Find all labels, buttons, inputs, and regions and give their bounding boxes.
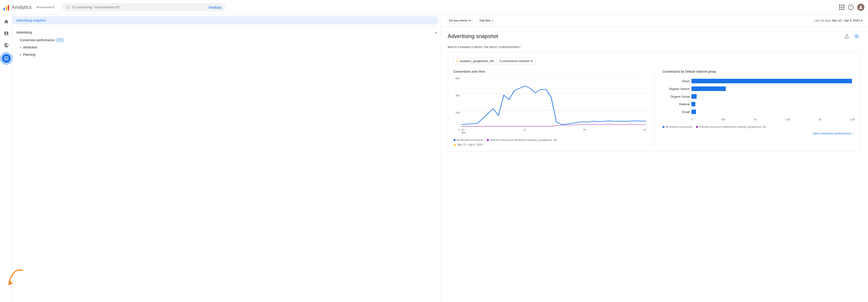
legend-item-2: Selected conversions attributed to analy… (487, 139, 557, 141)
page-header: Advertising snapshot (448, 32, 861, 40)
compare-button[interactable] (852, 32, 861, 40)
sidebar-item-planning[interactable]: ▸ Planning (13, 51, 438, 58)
top-nav: Analytics All accounts ▾ Feedback ? (0, 0, 868, 15)
sidebar-item-conversion-performance[interactable]: Conversion performance BETA (13, 36, 438, 44)
conversion-chip[interactable]: 5 conversions selected ▾ (497, 58, 535, 64)
bar-fill-email (691, 110, 696, 114)
sidebar-icon-home[interactable] (1, 16, 12, 27)
bar-track-referral (691, 102, 855, 106)
line-chart-panel: Conversions over time 600 400 200 0 (454, 70, 646, 146)
view-conversion-link[interactable]: View conversion performance → (662, 132, 855, 135)
conversion-chevron-icon: ▾ (531, 59, 532, 63)
expand-arrow2-icon: ▸ (20, 53, 21, 56)
x-date: 10 (462, 128, 464, 131)
sidebar-icon-advertising[interactable] (2, 54, 11, 63)
bar-label-direct: Direct (662, 79, 690, 83)
planning-label: Planning (23, 53, 35, 56)
page-title: Advertising snapshot (448, 33, 498, 39)
x-label-24: 24 (583, 128, 586, 134)
add-filter-button[interactable]: Add filter + (476, 17, 496, 24)
page-actions (843, 32, 861, 40)
sidebar-item-attribution[interactable]: ▸ Attribution (13, 44, 438, 51)
content-toolbar: 3/3 key events ▾ Add filter + Last 28 da… (440, 15, 868, 27)
conversion-count: 5 conversions selected (500, 59, 530, 63)
bar-fill-organic-social (691, 94, 697, 99)
line-chart-legend: All selected conversions Selected conver… (454, 139, 646, 141)
y-label-400: 400 (456, 94, 460, 97)
x-month: Mar (462, 131, 466, 134)
view-link-text[interactable]: View conversion performance → (813, 132, 855, 135)
share-button[interactable] (843, 32, 851, 40)
apps-grid-icon[interactable] (839, 4, 844, 10)
account-selector[interactable]: All accounts ▾ (36, 5, 54, 9)
x-label-10: 10 Mar (462, 128, 466, 134)
legend-label-2: Selected conversions attributed to analy… (490, 139, 557, 141)
property-name: analytics_googlestore_NA (460, 59, 494, 63)
bar-fill-organic-search (691, 86, 726, 91)
sidebar-section-advertising: Advertising ▴ (13, 28, 440, 36)
bar-label-email: Email (662, 110, 690, 114)
charts-container: analytics_googlestore_NA 5 conversions s… (448, 52, 861, 152)
sidebar-item-advertising-snapshot[interactable]: Advertising snapshot (13, 16, 438, 24)
analytics-triangle-icon (456, 60, 459, 62)
filter-label: 3/3 key events (449, 19, 468, 22)
bar-fill-direct (691, 79, 852, 83)
bar-x-axis: 0 500 1K 1.5K 2K 2.5K (662, 117, 855, 121)
sidebar-icon-advertising-ring (0, 53, 12, 64)
warning-triangle-icon (454, 143, 456, 146)
beta-badge: BETA (56, 38, 64, 42)
bar-legend-label-2: Selected conversions attributed to analy… (699, 126, 766, 128)
bar-legend-item-1: All selected conversions (662, 126, 692, 128)
legend-dot-purple (487, 139, 489, 141)
line-chart-svg (462, 77, 646, 127)
line-chart-area: 10 Mar 17 24 31 (462, 77, 646, 136)
user-avatar[interactable] (857, 4, 864, 11)
chevron-up-icon: ▴ (435, 31, 437, 34)
bar-chart-panel: Conversions by Default channel group Dir… (662, 70, 855, 146)
expand-arrow-icon: ▸ (20, 46, 21, 49)
bar-track-organic-social (691, 94, 855, 99)
search-bar: Feedback (62, 3, 225, 11)
bar-legend-label-1: All selected conversions (666, 126, 692, 128)
x-500: 500 (721, 118, 725, 121)
feedback-link[interactable]: Feedback (209, 5, 221, 9)
bar-track-email (691, 110, 855, 114)
sidebar-icon-reports[interactable] (1, 28, 12, 39)
property-chip[interactable]: analytics_googlestore_NA (454, 58, 497, 64)
date-selector[interactable]: Last 28 days Mar 10 – Apr 6, 2024 ▾ (814, 19, 863, 22)
legend-item-1: All selected conversions (454, 139, 483, 141)
bar-track-organic-search (691, 86, 855, 91)
sidebar-icon-explore[interactable] (1, 40, 12, 51)
x-label-17: 17 (523, 128, 526, 134)
section-header-label: Advertising (16, 31, 32, 34)
icon-rail (0, 15, 13, 302)
warning-row: Mar 15 – Apr 6, 2024 (454, 143, 646, 146)
content-area: 3/3 key events ▾ Add filter + Last 28 da… (440, 15, 868, 302)
search-input[interactable] (72, 5, 203, 9)
page-content: Advertising snapshot (440, 27, 868, 157)
bar-fill-referral (691, 102, 695, 106)
search-icon (66, 5, 70, 9)
bar-row-email: Email (662, 110, 855, 114)
bar-row-organic-search: Organic Search (662, 86, 855, 91)
nav-right: ? (839, 4, 864, 11)
svg-line-1 (69, 8, 70, 9)
legend-dot-blue (454, 139, 456, 141)
property-selector: analytics_googlestore_NA 5 conversions s… (454, 58, 855, 64)
x-25k: 2.5K (850, 118, 855, 121)
legend-label-1: All selected conversions (457, 139, 483, 141)
bar-legend-dot-purple (696, 126, 698, 128)
bar-legend-dot-blue (662, 126, 664, 128)
key-events-filter[interactable]: 3/3 key events ▾ (446, 17, 474, 24)
help-icon[interactable]: ? (848, 4, 854, 10)
bar-legend-item-2: Selected conversions attributed to analy… (696, 126, 766, 128)
date-prefix: Last 28 days (814, 19, 831, 22)
y-label-200: 200 (456, 111, 460, 114)
dual-charts: Conversions over time 600 400 200 0 (454, 70, 855, 146)
attribution-label: Attribution (23, 46, 37, 49)
x-1k: 1K (754, 118, 756, 121)
line-chart-blue (462, 86, 646, 125)
main-layout: Advertising snapshot Advertising ▴ Conve… (0, 15, 868, 302)
filter-chevron-icon: ▾ (469, 19, 471, 22)
x-0: 0 (691, 118, 693, 121)
